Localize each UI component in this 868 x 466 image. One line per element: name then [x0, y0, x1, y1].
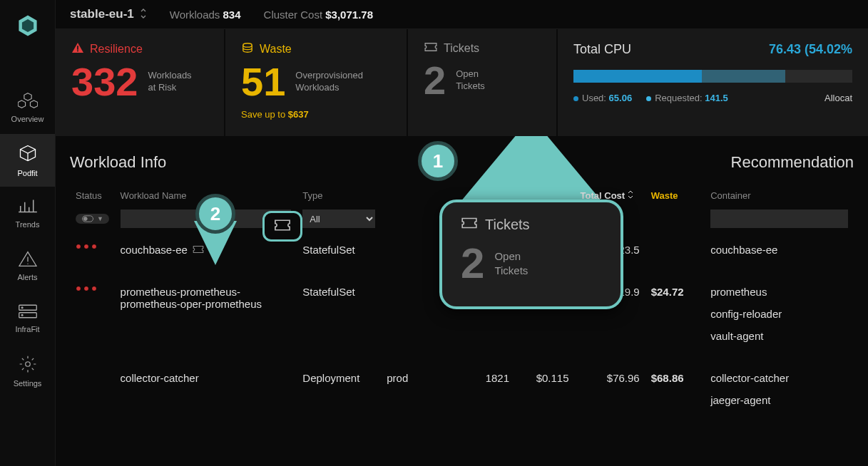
topbar: stable-eu-1 Workloads 834 Cluster Cost $…	[56, 0, 868, 29]
resilience-count: 332	[71, 62, 138, 102]
sidebar: Overview Podfit Trends Alerts InfraFit S…	[0, 0, 56, 466]
total-cost: $76.96	[575, 362, 645, 426]
app-logo	[15, 13, 41, 38]
card-tickets[interactable]: Tickets 2 Open Tickets	[408, 29, 556, 136]
main-content: stable-eu-1 Workloads 834 Cluster Cost $…	[56, 0, 868, 466]
ticket-filter-highlight[interactable]	[262, 211, 302, 242]
nav-label: Trends	[16, 220, 40, 229]
nav-label: InfraFit	[15, 325, 39, 333]
step-badge-2: 2	[195, 194, 235, 234]
waste-value: $24.72	[645, 276, 705, 362]
nav-label: Alerts	[17, 273, 37, 281]
container-list: collector-catcherjaeger-agent	[705, 362, 854, 426]
callout-count: 2	[461, 239, 484, 288]
cluster-name: stable-eu-1	[70, 7, 134, 21]
workloads-metric: Workloads 834	[170, 9, 241, 21]
coins-icon	[241, 42, 254, 56]
workload-type: StatefulSet	[297, 276, 381, 362]
nav-overview[interactable]: Overview	[0, 81, 55, 134]
container-filter[interactable]	[710, 209, 848, 228]
status-indicator	[76, 244, 109, 249]
bars-icon	[18, 197, 38, 216]
card-total-cpu[interactable]: Total CPU 76.43 (54.02% Used: 65.06 Requ…	[558, 29, 868, 136]
warning-icon	[71, 42, 84, 56]
cluster-selector[interactable]: stable-eu-1	[70, 7, 147, 21]
workload-type: StatefulSet	[297, 234, 381, 276]
card-title: Resilience	[90, 43, 143, 56]
nav-infrafit[interactable]: InfraFit	[0, 292, 55, 345]
card-waste[interactable]: Waste 51 Overprovisioned Workloads Save …	[225, 29, 407, 136]
col-container[interactable]: Container	[705, 187, 854, 207]
nav-label: Overview	[11, 115, 44, 123]
recommendation-title: Recommendation	[731, 153, 854, 172]
card-title: Waste	[260, 43, 292, 56]
cubes-icon	[18, 92, 38, 110]
col-type[interactable]: Type	[297, 187, 381, 207]
ticket-icon	[424, 42, 438, 55]
section-title: Workload Info	[70, 153, 166, 172]
nav-trends[interactable]: Trends	[0, 187, 55, 239]
ticket-icon	[461, 217, 478, 233]
nav-settings[interactable]: Settings	[0, 345, 55, 398]
svg-point-5	[21, 314, 23, 316]
cost-metric: Cluster Cost $3,071.78	[264, 9, 373, 21]
svg-point-7	[243, 43, 252, 47]
gear-icon	[19, 355, 37, 375]
summary-cards: Resilience 332 Workloads at Risk Waste 5…	[56, 29, 868, 136]
card-resilience[interactable]: Resilience 332 Workloads at Risk	[56, 29, 224, 136]
nav-label: Settings	[14, 379, 42, 388]
cube-icon	[18, 143, 38, 165]
cpu-bar	[573, 70, 852, 83]
card-title: Total CPU	[573, 42, 631, 57]
server-icon	[18, 304, 38, 321]
alert-icon	[18, 250, 38, 269]
col-waste[interactable]: Waste	[645, 187, 705, 207]
save-hint: Save up to $637	[241, 109, 391, 120]
card-subtitle: Open Tickets	[456, 68, 485, 93]
svg-point-6	[25, 362, 30, 367]
svg-point-4	[21, 307, 23, 309]
callout-tickets: Tickets 2 Open Tickets	[439, 200, 623, 309]
container-list: prometheusconfig-reloadervault-agent	[705, 276, 854, 362]
card-subtitle: Overprovisioned Workloads	[295, 70, 363, 94]
workload-namespace: prod	[381, 362, 463, 426]
nav-label: Podfit	[17, 169, 37, 177]
workload-name: prometheus-prometheus-prometheus-oper-pr…	[115, 276, 297, 362]
col-status[interactable]: Status	[70, 187, 115, 207]
updown-icon	[140, 8, 147, 21]
status-indicator	[76, 286, 109, 291]
waste-value: $68.86	[645, 362, 705, 426]
nav-alerts[interactable]: Alerts	[0, 239, 55, 292]
waste-count: 51	[241, 62, 285, 102]
card-subtitle: Workloads at Risk	[148, 70, 191, 94]
workload-replicas: 1821	[463, 362, 515, 426]
cpu-legend: Used: 65.06 Requested: 141.5 Allocat	[573, 93, 852, 103]
svg-point-9	[83, 217, 87, 220]
cost-per-replica: $0.115	[515, 362, 574, 426]
status-filter[interactable]: ▼	[76, 214, 109, 224]
step-badge-1: 1	[418, 141, 458, 181]
type-filter[interactable]: All	[302, 209, 375, 228]
container-list: couchbase-ee	[705, 234, 854, 276]
table-row[interactable]: collector-catcherDeploymentprod1821$0.11…	[70, 362, 854, 426]
tickets-count: 2	[424, 61, 446, 100]
waste-value	[645, 234, 705, 276]
cpu-value: 76.43 (54.02%	[769, 42, 852, 57]
workload-type: Deployment	[297, 362, 381, 426]
nav-podfit[interactable]: Podfit	[0, 134, 55, 187]
workload-name: collector-catcher	[115, 362, 297, 426]
card-title: Tickets	[444, 42, 479, 55]
